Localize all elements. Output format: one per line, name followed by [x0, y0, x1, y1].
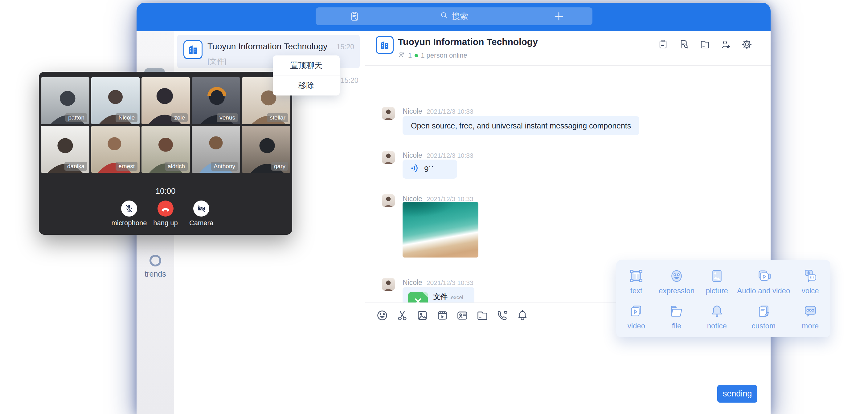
menu-item-remove[interactable]: 移除 [273, 75, 340, 95]
participant-tile[interactable]: danika [41, 126, 89, 173]
participant-tile[interactable]: patton [41, 77, 89, 124]
sender-avatar[interactable] [382, 107, 395, 120]
message-timestamp: 2021/12/3 10:33 [427, 152, 473, 159]
context-menu: 置顶聊天 移除 [273, 56, 340, 95]
add-member-icon[interactable] [721, 39, 731, 50]
plus-icon[interactable] [554, 11, 564, 23]
participant-tile[interactable]: Anthony [192, 126, 240, 173]
conversation-time: 15:20 [341, 76, 359, 85]
panel-item-audio-video[interactable]: Audio and video [737, 264, 790, 299]
sender-avatar[interactable] [382, 278, 395, 291]
top-bar: 搜索 [136, 3, 771, 31]
participant-tile[interactable]: ernest [91, 126, 140, 173]
voice-message-bubble[interactable]: 9`` [403, 160, 457, 179]
microphone-mute-button[interactable] [121, 200, 137, 217]
panel-item-notice[interactable]: notice [696, 299, 737, 335]
chat-header: Tuoyun Information Technology 1 1 person… [365, 31, 771, 66]
panel-item-more[interactable]: more [790, 299, 830, 335]
chat-panel: Tuoyun Information Technology 1 1 person… [365, 31, 771, 414]
participant-name: gary [271, 162, 288, 171]
trends-label: trends [136, 269, 174, 279]
file-icon[interactable] [700, 39, 710, 50]
participant-name: Anthony [211, 162, 238, 171]
video-icon[interactable] [436, 309, 448, 322]
emoji-icon[interactable] [376, 309, 389, 322]
participant-name: aldrich [165, 162, 188, 171]
conversation-last-message: [文件] [208, 56, 226, 66]
screenshot-icon[interactable] [396, 309, 408, 322]
panel-item-file[interactable]: file [656, 299, 697, 335]
conversation-time: 15:20 [336, 43, 354, 51]
file-name: 文件.excel [433, 292, 463, 301]
sender-avatar[interactable] [382, 194, 395, 207]
group-avatar [183, 40, 203, 59]
settings-icon[interactable] [742, 39, 752, 50]
message-meta: Nicole2021/12/3 10:33 [403, 279, 473, 287]
search-placeholder[interactable]: 搜索 [452, 11, 468, 22]
message-meta: Nicole2021/12/3 10:33 [403, 151, 473, 160]
sender-name: Nicole [403, 151, 422, 159]
sender-avatar[interactable] [382, 151, 395, 164]
participant-tile[interactable]: aldrich [142, 126, 190, 173]
participant-name: stellar [267, 114, 288, 122]
message-meta: Nicole2021/12/3 10:33 [403, 195, 473, 203]
call-timer: 10:00 [39, 186, 292, 196]
participant-name: patton [65, 114, 87, 122]
panel-item-picture[interactable]: picture [696, 264, 737, 299]
members-icon [398, 51, 405, 60]
panel-item-voice[interactable]: voice [790, 264, 830, 299]
member-count: 1 [408, 52, 412, 59]
rail-item-trends[interactable]: trends [136, 255, 174, 279]
participant-name: ernest [116, 162, 137, 171]
participant-tile[interactable]: venus [192, 77, 240, 124]
search-icon [440, 11, 448, 22]
conversation-title: Tuoyun Information Technology [208, 41, 327, 52]
panel-item-expression[interactable]: expression [656, 264, 697, 299]
video-call-overlay: patton Nicole zoie venus stellar danika … [39, 72, 292, 235]
search-box[interactable]: 搜索 [316, 7, 592, 25]
hang-up-button[interactable] [157, 200, 174, 217]
notice-board-icon[interactable] [658, 39, 668, 50]
excel-file-icon: ✕ [408, 292, 428, 302]
message-timestamp: 2021/12/3 10:33 [427, 279, 473, 286]
chat-title: Tuoyun Information Technology [398, 37, 538, 47]
file-message-bubble[interactable]: ✕ 文件.excel 12.8M [403, 287, 474, 302]
notification-icon[interactable] [516, 309, 529, 322]
group-avatar[interactable] [376, 36, 394, 54]
participant-tile[interactable]: gary [242, 126, 290, 173]
menu-item-pin-chat[interactable]: 置顶聊天 [273, 56, 340, 75]
panel-item-custom[interactable]: custom [737, 299, 790, 335]
online-dot [414, 54, 418, 57]
message-type-panel: text expression picture Audio and video … [616, 260, 830, 337]
voice-duration: 9`` [424, 164, 434, 174]
participant-name: venus [217, 114, 238, 122]
message-meta: Nicole2021/12/3 10:33 [403, 107, 473, 116]
contact-card-icon[interactable] [456, 309, 468, 322]
text-message-bubble[interactable]: Open source, free, and universal instant… [403, 116, 639, 135]
video-call-icon[interactable] [496, 309, 508, 322]
voice-wave-icon [410, 163, 420, 175]
participant-tile[interactable]: Nicole [91, 77, 140, 124]
image-message[interactable] [403, 202, 478, 257]
participant-grid: patton Nicole zoie venus stellar danika … [41, 77, 290, 173]
send-button[interactable]: sending [717, 385, 757, 403]
participant-tile[interactable]: zoie [142, 77, 190, 124]
chat-record-search-icon[interactable] [679, 39, 689, 50]
sender-name: Nicole [403, 107, 422, 115]
participant-name: danika [64, 162, 87, 171]
participant-name: Nicole [116, 114, 137, 122]
panel-item-text[interactable]: text [616, 264, 656, 299]
trends-icon [150, 255, 161, 266]
online-status: 1 person online [421, 52, 467, 59]
image-icon[interactable] [416, 309, 429, 322]
sender-name: Nicole [403, 195, 422, 203]
sender-name: Nicole [403, 279, 422, 286]
message-timestamp: 2021/12/3 10:33 [427, 195, 473, 202]
participant-name: zoie [172, 114, 188, 122]
panel-item-video[interactable]: video [616, 299, 656, 335]
camera-mute-button[interactable] [193, 200, 209, 217]
camera-label: Camera [177, 219, 226, 227]
message-timestamp: 2021/12/3 10:33 [427, 108, 473, 115]
folder-icon[interactable] [476, 309, 489, 322]
